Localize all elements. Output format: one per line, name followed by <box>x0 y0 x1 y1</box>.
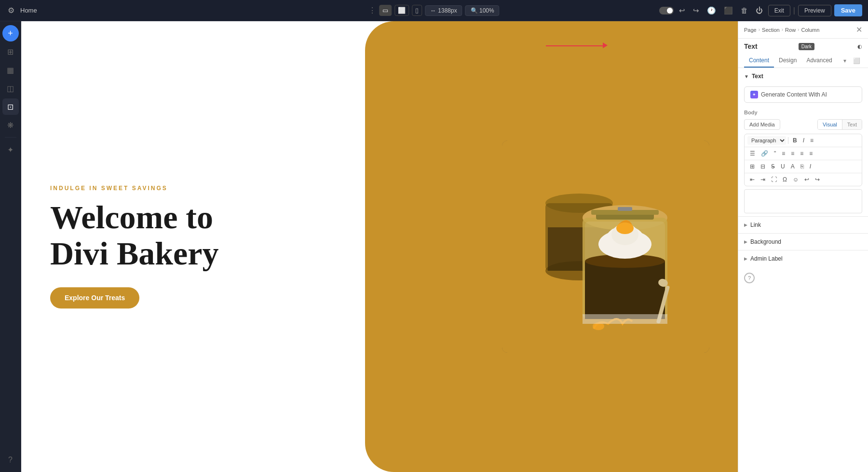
link-section-header[interactable]: ▶ Link <box>738 216 868 233</box>
column-button[interactable]: ⬛ <box>721 4 735 17</box>
visual-tab-button[interactable]: Visual <box>818 120 842 129</box>
mobile-view-button[interactable]: ▯ <box>412 5 422 16</box>
list-ul-button[interactable]: ☰ <box>747 149 758 158</box>
redo-button[interactable]: ↪ <box>691 4 702 17</box>
align-center-button[interactable]: ≡ <box>788 149 797 158</box>
text-editor-area[interactable] <box>744 189 862 213</box>
tab-advanced[interactable]: Advanced <box>801 54 837 68</box>
dots-icon: ⋮ <box>368 6 376 15</box>
breadcrumb-page[interactable]: Page <box>744 27 757 33</box>
sidebar-help-icon[interactable]: ? <box>2 452 19 468</box>
breadcrumb-row[interactable]: Row <box>785 27 796 33</box>
topbar: ⚙ Home ⋮ ▭ ⬜ ▯ ↔ 1388px 🔍 100% ↩ ↪ 🕐 ⬛ 🗑… <box>0 0 868 21</box>
toolbar-row-1: Paragraph Heading 1 Heading 2 B I ≡ <box>745 134 862 147</box>
bold-button[interactable]: B <box>790 136 800 145</box>
ai-generate-button[interactable]: ✦ Generate Content With AI <box>744 86 862 103</box>
background-section-header[interactable]: ▶ Background <box>738 233 868 250</box>
toolbar-row-4: ⇤ ⇥ ⛶ Ω ☺ ↩ ↪ <box>745 173 862 186</box>
tab-design[interactable]: Design <box>774 54 801 68</box>
italic2-button[interactable]: I <box>807 162 814 171</box>
topbar-right: ↩ ↪ 🕐 ⬛ 🗑 ⏻ Exit | Preview Save <box>659 4 862 17</box>
zoom-icon: 🔍 <box>471 7 478 14</box>
text-color-button[interactable]: A <box>788 162 797 171</box>
admin-label-section-header[interactable]: ▶ Admin Label <box>738 250 868 267</box>
undo-button[interactable]: ↩ <box>677 4 688 17</box>
sidebar-divider <box>5 137 16 138</box>
svg-rect-8 <box>585 261 665 319</box>
redo-editor-button[interactable]: ↪ <box>813 175 822 184</box>
home-label: Home <box>20 7 37 14</box>
italic-button[interactable]: I <box>800 136 807 145</box>
toolbar-row-3: ⊞ ⊟ S̶ U A ⎘ I <box>745 160 862 173</box>
theme-toggle[interactable] <box>659 7 674 14</box>
tab-extra-expand[interactable]: ⬜ <box>851 56 862 65</box>
tab-extra-dropdown[interactable]: ▾ <box>841 56 848 65</box>
dark-badge-indicator: ◐ <box>857 43 862 50</box>
admin-label: Admin Label <box>750 255 783 262</box>
hero-cta-button[interactable]: Explore Our Treats <box>50 287 139 308</box>
list-button[interactable]: ≡ <box>808 136 816 145</box>
table-button[interactable]: ⊞ <box>747 162 757 171</box>
body-controls: Add Media Visual Text <box>738 117 868 132</box>
sidebar-add-button[interactable]: + <box>2 25 19 42</box>
panel-breadcrumb: Page › Section › Row › Column ✕ <box>738 21 868 39</box>
exit-button[interactable]: Exit <box>768 5 790 16</box>
sidebar-layout-icon[interactable]: ◫ <box>2 80 19 97</box>
sidebar-layers-icon[interactable]: ⊞ <box>2 43 19 60</box>
text-tab-button[interactable]: Text <box>842 120 862 129</box>
panel-title: Text <box>744 42 758 50</box>
preview-button[interactable]: Preview <box>798 5 831 16</box>
gear-button[interactable]: ⚙ <box>6 4 16 17</box>
history-button[interactable]: 🕐 <box>705 4 719 17</box>
indent-button[interactable]: ⇥ <box>758 175 768 184</box>
undo-editor-button[interactable]: ↩ <box>802 175 812 184</box>
breadcrumb-section[interactable]: Section <box>762 27 780 33</box>
text-section-header[interactable]: ▼ Text <box>738 68 868 84</box>
panel-close-button[interactable]: ✕ <box>856 25 862 34</box>
width-selector[interactable]: ↔ 1388px <box>425 5 462 16</box>
add-media-button[interactable]: Add Media <box>744 119 780 130</box>
sidebar-magic-icon[interactable]: ✦ <box>2 141 19 158</box>
hero-title: Welcome to Divi Bakery <box>50 199 218 272</box>
breadcrumb-column[interactable]: Column <box>801 27 819 33</box>
save-button[interactable]: Save <box>834 4 862 16</box>
paragraph-select[interactable]: Paragraph Heading 1 Heading 2 <box>747 136 786 145</box>
blockquote-button[interactable]: " <box>772 149 778 158</box>
background-arrow-icon: ▶ <box>744 239 747 244</box>
outdent-button[interactable]: ⇤ <box>747 175 757 184</box>
width-value: 1388px <box>438 7 457 14</box>
sidebar-grid-icon[interactable]: ▦ <box>2 62 19 78</box>
align-left-button[interactable]: ≡ <box>779 149 787 158</box>
tab-content[interactable]: Content <box>744 54 774 68</box>
tablet-view-button[interactable]: ⬜ <box>394 5 409 16</box>
trash-button[interactable]: 🗑 <box>738 4 750 16</box>
sidebar-cursor-icon[interactable]: ⊡ <box>2 98 19 115</box>
emoji-button[interactable]: ☺ <box>790 175 801 184</box>
table-col-button[interactable]: ⊟ <box>758 162 768 171</box>
width-icon: ↔ <box>430 7 436 14</box>
zoom-value: 100% <box>479 7 494 14</box>
hero-tagline: INDULGE IN SWEET SAVINGS <box>50 185 218 192</box>
background-label: Background <box>750 238 781 245</box>
zoom-selector[interactable]: 🔍 100% <box>465 5 500 16</box>
align-right-button[interactable]: ≡ <box>798 149 806 158</box>
omega-button[interactable]: Ω <box>780 175 789 184</box>
strikethrough-button[interactable]: S̶ <box>769 162 777 171</box>
link-button[interactable]: 🔗 <box>759 149 771 158</box>
toggle-thumb <box>667 8 673 14</box>
dark-mode-badge[interactable]: Dark <box>799 43 814 50</box>
fullscreen-button[interactable]: ⛶ <box>769 175 779 184</box>
section-arrow-icon: ▼ <box>744 74 749 79</box>
tab-extras: ▾ ⬜ <box>841 56 862 65</box>
panel-title-bar: Text Dark ◐ <box>738 39 868 52</box>
desktop-view-button[interactable]: ▭ <box>379 5 392 16</box>
text-section-label: Text <box>752 73 763 80</box>
topbar-center: ⋮ ▭ ⬜ ▯ ↔ 1388px 🔍 100% <box>368 5 499 16</box>
power-button[interactable]: ⏻ <box>753 4 765 16</box>
help-button[interactable]: ? <box>744 273 755 283</box>
underline-button[interactable]: U <box>778 162 787 171</box>
sidebar-component-icon[interactable]: ❋ <box>2 117 19 133</box>
align-justify-button[interactable]: ≡ <box>807 149 815 158</box>
copy-button[interactable]: ⎘ <box>798 162 806 171</box>
breadcrumb-sep-2: › <box>782 27 783 32</box>
